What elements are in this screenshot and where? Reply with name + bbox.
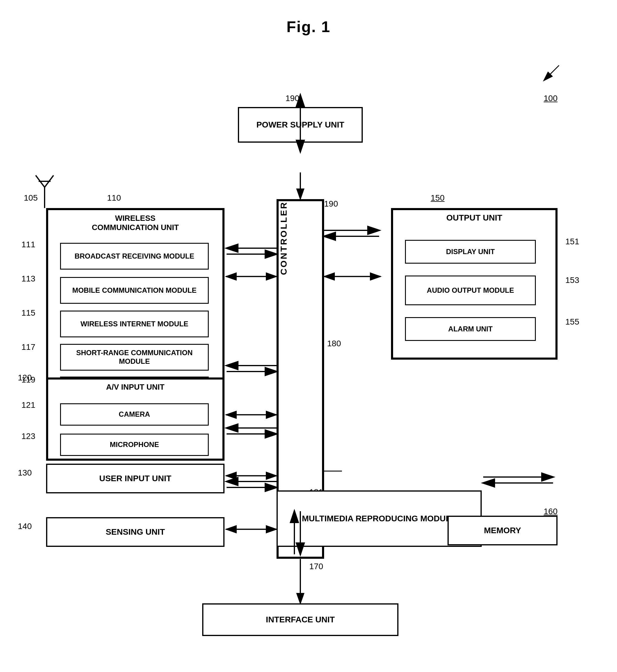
sensing-box: SENSING UNIT [46, 517, 224, 547]
memory-box: MEMORY [447, 516, 558, 546]
mobile-comm-box: MOBILE COMMUNICATION MODULE [60, 277, 209, 304]
interface-box: INTERFACE UNIT [202, 603, 398, 636]
ref-170: 170 [309, 562, 323, 571]
microphone-box: MICROPHONE [60, 434, 209, 456]
av-input-box: A/V INPUT UNIT 121 CAMERA 123 MICROPHONE [46, 377, 224, 461]
ref-123: 123 [21, 431, 35, 441]
wireless-comm-box: WIRELESSCOMMUNICATION UNIT 111 BROADCAST… [46, 208, 224, 395]
ref-117: 117 [21, 342, 35, 352]
ref-121: 121 [21, 400, 35, 410]
audio-output-box: AUDIO OUTPUT MODULE [405, 276, 536, 305]
page-title: Fig. 1 [0, 0, 617, 36]
power-supply-box: POWER SUPPLY UNIT [238, 107, 363, 143]
ref-113: 113 [21, 274, 35, 284]
ref-190b: 190 [324, 199, 338, 209]
output-box: OUTPUT UNIT 151 DISPLAY UNIT 153 AUDIO O… [391, 208, 558, 360]
ref-130: 130 [18, 468, 32, 477]
ref-155: 155 [565, 317, 579, 327]
ref-150: 150 [431, 193, 444, 203]
ref-153: 153 [565, 276, 579, 285]
display-box: DISPLAY UNIT [405, 240, 536, 264]
broadcast-box: BROADCAST RECEIVING MODULE [60, 243, 209, 270]
ref-160: 160 [544, 507, 558, 516]
ref-100: 100 [544, 94, 558, 103]
user-input-box: USER INPUT UNIT [46, 464, 224, 493]
camera-box: CAMERA [60, 403, 209, 426]
alarm-box: ALARM UNIT [405, 317, 536, 341]
ref-110: 110 [107, 193, 121, 203]
ref-190a: 190 [285, 94, 299, 103]
short-range-box: SHORT-RANGE COMMUNICATION MODULE [60, 344, 209, 371]
wireless-internet-box: WIRELESS INTERNET MODULE [60, 311, 209, 337]
ref-111: 111 [21, 240, 35, 249]
ref-120: 120 [18, 373, 32, 382]
ref-180: 180 [327, 339, 341, 348]
ref-115: 115 [21, 308, 35, 318]
ref-140: 140 [18, 522, 32, 531]
ref-151: 151 [565, 237, 579, 246]
